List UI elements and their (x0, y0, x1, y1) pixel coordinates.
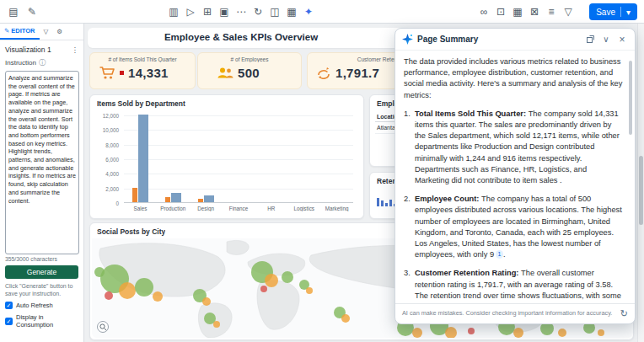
summary-list-item: 1.Total Items Sold This Quarter: The com… (404, 109, 623, 186)
map-bubble-orange[interactable] (513, 328, 523, 338)
map-bubble-green[interactable] (282, 271, 293, 283)
summary-item-number: 2. (404, 194, 415, 260)
toolbar-right-group: ∞⊡▦⊠≡▽ (475, 3, 577, 20)
toolbar-center-group: ▥▷⊞▣⋯↻◫▦✦ (165, 3, 317, 20)
generate-hint-text: Click "Generate" button to save your ins… (5, 282, 78, 297)
map-bubble-orange[interactable] (119, 282, 136, 299)
kpi-card-employees[interactable]: # of Employees 500 (197, 52, 302, 89)
chart-gridline (124, 145, 353, 146)
checkbox-display-in-consumption[interactable]: ✓Display in Consumption (5, 313, 78, 329)
instruction-label: Instruction (5, 59, 36, 67)
main-scrollbar-thumb[interactable] (639, 156, 643, 225)
grid-icon[interactable]: ▦ (283, 3, 300, 20)
main-scrollbar[interactable] (637, 24, 644, 342)
map-zoom-button[interactable] (97, 321, 109, 333)
x-axis-label: Sales (124, 206, 157, 211)
ai-sparkle-icon[interactable]: ✦ (300, 3, 317, 20)
x-axis-label: HR (255, 206, 287, 211)
image-icon[interactable]: ▣ (216, 3, 233, 20)
chart-title: Items Sold by Department (97, 99, 185, 108)
cart-icon (99, 66, 115, 80)
page-summary-panel: Page Summary ∨ × The data provided inclu… (394, 28, 636, 324)
summary-list: 1.Total Items Sold This Quarter: The com… (404, 109, 623, 303)
bar-production[interactable] (171, 193, 181, 202)
citation-chip[interactable]: 1 (496, 250, 503, 259)
chart-gridline (124, 189, 353, 190)
crop-icon[interactable]: ⊠ (526, 3, 543, 20)
save-button[interactable]: Save ▾ (589, 3, 637, 20)
pencil-icon: ✎ (4, 27, 9, 35)
info-icon[interactable]: ⓘ (39, 58, 46, 67)
map-bubble-orange[interactable] (598, 329, 604, 336)
instruction-textarea[interactable]: Analyze and summarize the overall conten… (5, 71, 79, 254)
collapse-chevron-icon[interactable]: ∨ (600, 34, 612, 45)
edit-pen-icon[interactable]: ✎ (24, 3, 40, 20)
visualization-title: Visualization 1 (5, 45, 51, 54)
layers-icon[interactable]: ≡ (543, 3, 560, 20)
checkbox-auto-refresh[interactable]: ✓Auto Refresh (5, 302, 78, 309)
panel-footer: AI can make mistakes. Consider checking … (395, 303, 635, 323)
page-title: Employee & Sales KPIs Overview (88, 32, 394, 42)
duplicate-icon[interactable]: ◫ (266, 3, 283, 20)
sparkline-bar (389, 200, 392, 206)
home-icon[interactable]: ▤ (5, 3, 22, 20)
cycle-arrows-icon (316, 67, 331, 79)
bar-secondary-production[interactable] (165, 197, 170, 202)
x-axis-label: Production (157, 206, 190, 211)
close-icon[interactable]: × (616, 34, 628, 45)
map-bubble-green[interactable] (94, 267, 105, 277)
kpi-card-items-sold[interactable]: # of Items Sold This Quarter 14,331 (89, 52, 196, 89)
open-in-window-icon[interactable] (584, 34, 596, 45)
table-icon[interactable]: ⊞ (199, 3, 216, 20)
social-card-title: Social Posts by City (97, 227, 165, 236)
panel-scrollbar-thumb[interactable] (629, 61, 632, 135)
sparkline-bar (385, 203, 388, 206)
character-counter: 355/3000 characters (5, 256, 78, 262)
summary-item-text: Total Items Sold This Quarter: The compa… (415, 109, 623, 186)
checkbox-box[interactable]: ✓ (5, 302, 13, 309)
tab-editor[interactable]: ✎ EDITOR (0, 24, 40, 40)
bar-secondary-sales[interactable] (132, 188, 137, 202)
bar-design[interactable] (204, 195, 214, 202)
map-bubble-orange[interactable] (412, 328, 422, 338)
filter-icon[interactable]: ▽ (560, 3, 577, 20)
map-bubble-orange[interactable] (202, 297, 211, 306)
table-view-icon[interactable]: ▦ (509, 3, 526, 20)
kebab-menu-icon[interactable]: ⋮ (72, 45, 79, 54)
map-bubble-orange[interactable] (341, 314, 350, 323)
loop-icon[interactable]: ↻ (250, 3, 266, 20)
map-bubble-red[interactable] (260, 286, 267, 292)
summary-body[interactable]: The data provided includes various metri… (395, 51, 635, 303)
x-axis-label: Finance (223, 206, 255, 211)
y-axis-label: 4,000 (105, 171, 119, 177)
y-axis-label: 12,000 (103, 113, 119, 119)
more-widgets-icon[interactable]: ⋯ (233, 3, 250, 20)
y-axis-label: 6,000 (105, 157, 119, 163)
tab-filter[interactable]: ▽ (40, 24, 53, 40)
map-bubble-orange[interactable] (153, 291, 163, 302)
save-dropdown-arrow[interactable]: ▾ (626, 8, 631, 17)
summary-item-number: 1. (404, 109, 415, 186)
map-bubble-red[interactable] (468, 328, 475, 334)
map-bubble-orange[interactable] (306, 287, 313, 294)
chart-y-axis: 02,0004,0006,0008,00010,00012,000 (90, 115, 121, 203)
chart-gridline (124, 159, 353, 160)
bar-sales[interactable] (138, 115, 148, 202)
copy-icon[interactable]: ⊡ (492, 3, 509, 20)
link-icon[interactable]: ∞ (475, 3, 492, 20)
checkbox-box[interactable]: ✓ (5, 318, 13, 325)
map-bubble-red[interactable] (105, 291, 113, 300)
map-bubble-green[interactable] (135, 278, 153, 297)
regenerate-icon[interactable]: ↻ (620, 308, 628, 319)
generate-button[interactable]: Generate (5, 265, 78, 279)
map-bubble-orange[interactable] (213, 321, 220, 328)
map-bubble-orange[interactable] (558, 329, 566, 337)
chart-gridline (124, 130, 353, 131)
chart-icon[interactable]: ▥ (165, 3, 182, 20)
map-bubble-orange[interactable] (265, 274, 278, 287)
bar-secondary-design[interactable] (198, 199, 203, 202)
summary-item-text: Customer Retention Rating: The overall c… (415, 268, 623, 303)
media-play-icon[interactable]: ▷ (182, 3, 199, 20)
tab-settings[interactable]: ⚙ (52, 24, 67, 40)
summary-list-item: 3.Customer Retention Rating: The overall… (404, 268, 623, 303)
